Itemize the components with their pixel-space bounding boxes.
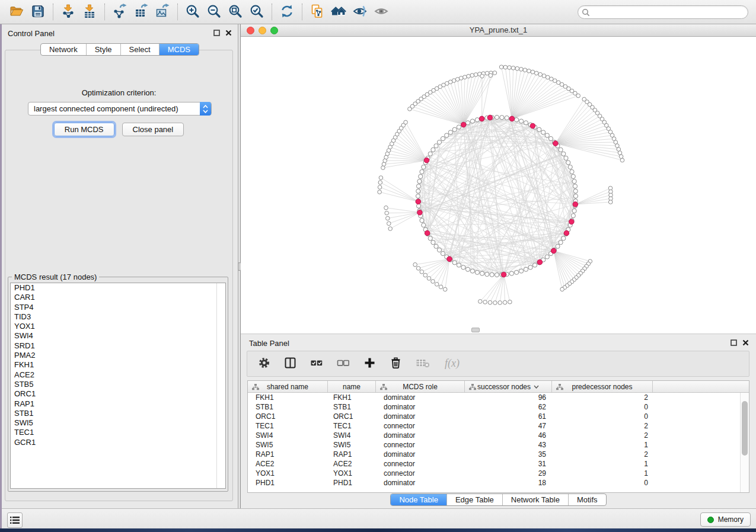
- memory-button[interactable]: Memory: [700, 512, 751, 527]
- network-node[interactable]: [533, 263, 537, 267]
- network-mcds-node[interactable]: [501, 272, 506, 277]
- network-node[interactable]: [538, 72, 543, 76]
- network-node[interactable]: [467, 74, 471, 78]
- network-canvas[interactable]: [241, 37, 756, 334]
- network-node[interactable]: [441, 251, 445, 255]
- float-panel-icon[interactable]: [213, 30, 220, 36]
- network-node[interactable]: [489, 73, 493, 78]
- mcds-result-node[interactable]: RAP1: [11, 399, 225, 409]
- network-node[interactable]: [559, 148, 563, 152]
- network-mcds-node[interactable]: [569, 219, 575, 225]
- network-node[interactable]: [417, 180, 422, 184]
- network-node[interactable]: [480, 74, 484, 78]
- network-node[interactable]: [620, 158, 624, 162]
- network-node[interactable]: [495, 273, 499, 277]
- network-node[interactable]: [459, 76, 463, 81]
- network-node[interactable]: [470, 269, 474, 273]
- network-node[interactable]: [422, 165, 426, 169]
- tab-node-table[interactable]: Node Table: [391, 494, 447, 505]
- column-header-shared-name[interactable]: shared name: [248, 381, 328, 392]
- import-network-button[interactable]: [58, 2, 79, 22]
- zoom-in-button[interactable]: [182, 2, 203, 22]
- table-row[interactable]: YOX1YOX1connector291: [248, 469, 749, 478]
- network-node[interactable]: [416, 267, 420, 271]
- deselect-all-button[interactable]: [337, 357, 350, 371]
- close-window-traffic-light[interactable]: [247, 27, 254, 34]
- network-node[interactable]: [608, 200, 613, 204]
- network-node[interactable]: [435, 283, 439, 287]
- network-node[interactable]: [413, 262, 417, 267]
- network-node[interactable]: [511, 66, 515, 70]
- network-node[interactable]: [490, 273, 494, 277]
- network-mcds-node[interactable]: [447, 257, 452, 262]
- zoom-window-traffic-light[interactable]: [270, 27, 278, 34]
- mcds-result-node[interactable]: SWI4: [11, 331, 225, 341]
- zoom-fit-button[interactable]: [225, 2, 246, 22]
- network-node[interactable]: [508, 300, 512, 304]
- network-node[interactable]: [437, 248, 441, 252]
- table-row[interactable]: TEC1TEC1connector472: [248, 421, 749, 431]
- network-mcds-node[interactable]: [487, 115, 493, 120]
- network-node[interactable]: [485, 272, 489, 276]
- network-node[interactable]: [566, 161, 570, 165]
- network-node[interactable]: [488, 300, 492, 305]
- network-node[interactable]: [474, 73, 478, 77]
- network-node[interactable]: [420, 270, 424, 274]
- network-mcds-node[interactable]: [564, 230, 569, 236]
- settings-gear-button[interactable]: [258, 357, 270, 371]
- network-node[interactable]: [434, 144, 438, 148]
- network-node[interactable]: [572, 209, 576, 213]
- network-node[interactable]: [420, 219, 424, 223]
- network-mcds-node[interactable]: [530, 123, 535, 129]
- mcds-result-node[interactable]: ACE2: [11, 370, 225, 380]
- column-header-MCDS-role[interactable]: MCDS role: [376, 381, 465, 392]
- network-node[interactable]: [416, 189, 420, 193]
- network-node[interactable]: [404, 120, 408, 124]
- toggle-panel-button[interactable]: [284, 357, 296, 371]
- network-node[interactable]: [523, 68, 527, 72]
- network-node[interactable]: [573, 194, 578, 198]
- mcds-result-node[interactable]: STB1: [11, 409, 225, 418]
- network-node[interactable]: [568, 165, 572, 169]
- clone-network-button[interactable]: [307, 2, 328, 22]
- network-node[interactable]: [545, 133, 549, 137]
- network-node[interactable]: [416, 184, 420, 188]
- network-node[interactable]: [572, 180, 576, 184]
- tab-network[interactable]: Network: [41, 44, 87, 55]
- tab-style[interactable]: Style: [87, 44, 121, 55]
- mcds-result-node[interactable]: YOX1: [11, 322, 225, 331]
- eye-button[interactable]: [371, 2, 392, 22]
- network-node[interactable]: [503, 300, 507, 305]
- mcds-result-node[interactable]: CAR1: [11, 293, 225, 302]
- network-node[interactable]: [495, 115, 499, 119]
- network-node[interactable]: [524, 121, 528, 125]
- network-node[interactable]: [527, 69, 531, 73]
- mcds-result-node[interactable]: SWI5: [11, 418, 225, 428]
- network-node[interactable]: [573, 189, 578, 193]
- network-node[interactable]: [445, 133, 449, 137]
- network-node[interactable]: [378, 185, 382, 190]
- open-file-button[interactable]: [6, 2, 27, 22]
- network-node[interactable]: [515, 270, 519, 274]
- network-node[interactable]: [571, 214, 575, 218]
- float-table-panel-icon[interactable]: [731, 339, 737, 346]
- table-row[interactable]: SWI4SWI4dominator462: [248, 431, 749, 440]
- column-header-name[interactable]: name: [328, 381, 376, 392]
- tab-motifs[interactable]: Motifs: [569, 494, 606, 505]
- network-node[interactable]: [420, 169, 424, 174]
- network-node[interactable]: [379, 176, 383, 180]
- network-node[interactable]: [505, 116, 509, 120]
- network-node[interactable]: [542, 74, 546, 78]
- network-node[interactable]: [437, 140, 441, 144]
- network-node[interactable]: [548, 136, 553, 140]
- network-node[interactable]: [452, 127, 457, 132]
- network-node[interactable]: [576, 94, 580, 98]
- tab-mcds[interactable]: MCDS: [160, 44, 199, 55]
- search-input[interactable]: [578, 5, 748, 19]
- network-node[interactable]: [519, 269, 524, 273]
- network-node[interactable]: [385, 211, 389, 215]
- tab-select[interactable]: Select: [121, 44, 160, 55]
- save-button[interactable]: [27, 2, 49, 22]
- delete-column-button[interactable]: [390, 357, 402, 371]
- column-header-predecessor-nodes[interactable]: predecessor nodes: [552, 381, 653, 392]
